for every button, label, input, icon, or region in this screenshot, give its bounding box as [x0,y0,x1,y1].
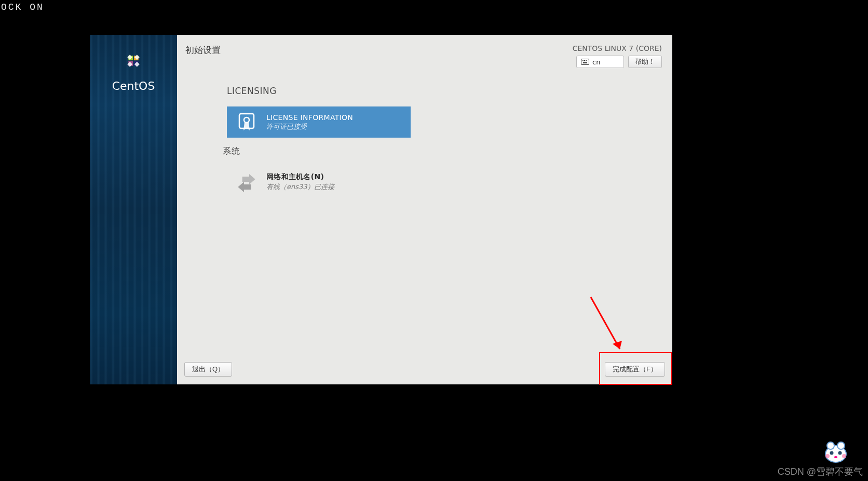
content-area: LICENSING LICENSE INFORMATION 许可证已接受 系统 [177,70,672,203]
svg-rect-12 [583,62,587,63]
svg-point-18 [827,442,834,449]
spoke-license-title: LICENSE INFORMATION [266,113,353,122]
svg-point-24 [842,454,846,458]
network-arrows-icon [236,171,257,192]
spoke-license-status: 许可证已接受 [266,122,353,131]
svg-point-21 [838,451,842,455]
svg-rect-10 [584,60,585,61]
help-button[interactable]: 帮助！ [628,56,662,68]
os-name-label: CENTOS LINUX 7 (CORE) [573,44,662,52]
spoke-network-hostname[interactable]: 网络和主机名(N) 有线（ens33）已连接 [227,166,411,197]
centos-brand-label: CentOS [112,79,155,92]
initial-setup-window: CentOS 初始设置 CENTOS LINUX 7 (CORE) cn 帮助！ [90,35,672,384]
svg-point-20 [830,451,834,455]
svg-point-19 [837,442,845,449]
watermark-text: CSDN @雪碧不要气 [778,465,863,478]
svg-rect-9 [582,60,584,61]
section-title-licensing: LICENSING [227,86,663,96]
keyboard-icon [581,59,589,65]
centos-logo-icon [122,49,145,72]
footer: 退出（Q） 完成配置（F） [177,359,672,384]
svg-point-14 [244,117,249,123]
mascot-icon [821,439,850,463]
spoke-license-information[interactable]: LICENSE INFORMATION 许可证已接受 [227,106,411,138]
finish-configuration-button[interactable]: 完成配置（F） [605,362,665,377]
svg-rect-11 [586,60,587,61]
console-header-fragment: OCK ON [1,2,44,12]
keyboard-layout-code: cn [592,58,600,66]
svg-point-22 [834,456,837,458]
spoke-network-title: 网络和主机名(N) [266,172,334,182]
svg-point-23 [825,454,830,458]
svg-rect-8 [581,59,589,65]
certificate-icon [236,112,257,132]
header: 初始设置 CENTOS LINUX 7 (CORE) cn 帮助！ [177,35,672,70]
quit-button[interactable]: 退出（Q） [184,362,232,377]
main-panel: 初始设置 CENTOS LINUX 7 (CORE) cn 帮助！ [177,35,672,384]
page-title: 初始设置 [185,44,221,56]
keyboard-layout-indicator[interactable]: cn [576,56,624,68]
sidebar: CentOS [90,35,177,384]
section-title-system: 系统 [223,146,663,157]
spoke-network-status: 有线（ens33）已连接 [266,182,334,192]
